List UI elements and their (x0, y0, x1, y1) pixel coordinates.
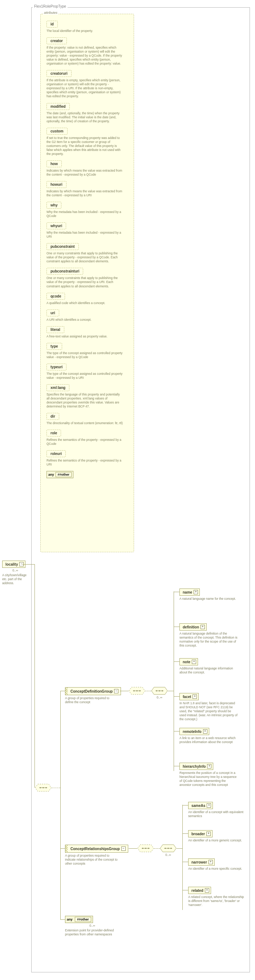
note-label: note (183, 660, 190, 664)
attribute-literal[interactable]: literal (46, 326, 64, 333)
attribute-howuri[interactable]: howuri (46, 181, 67, 188)
concept-relationships-group[interactable]: ConceptRelationshipsGroup − (65, 845, 128, 853)
any-other-element: any ##other 0..∞ Extension point for pro… (65, 916, 120, 937)
expand-icon[interactable]: + (206, 832, 211, 836)
attribute-item: typeThe type of the concept assigned as … (46, 343, 128, 359)
attribute-id[interactable]: id (46, 21, 58, 27)
any-attr-label: any (48, 473, 54, 476)
expand-icon[interactable]: + (192, 660, 196, 664)
facet-element[interactable]: facet+ (179, 693, 199, 700)
attribute-desc: A qualified code which identifies a conc… (46, 301, 123, 305)
attribute-how[interactable]: how (46, 161, 62, 167)
group-def-sequence-outer[interactable] (129, 687, 145, 695)
concept-definition-group[interactable]: ConceptDefinitionGroup − (65, 687, 121, 695)
locality-label: locality (5, 562, 18, 566)
hierarchyInfo-element[interactable]: hierarchyInfo+ (179, 763, 213, 770)
attribute-why[interactable]: why (46, 202, 61, 208)
group-rel-sequence-outer[interactable] (137, 844, 154, 852)
attribute-desc: A URI which identifies a concept. (46, 318, 123, 322)
attribute-item: whyWhy the metadata has been included - … (46, 202, 128, 218)
expand-icon[interactable]: + (194, 590, 198, 594)
note-element[interactable]: note+ (179, 658, 198, 665)
sameAs-label: sameAs (191, 803, 205, 808)
attribute-modified[interactable]: modified (46, 103, 70, 110)
attribute-whyuri[interactable]: whyuri (46, 223, 66, 229)
attribute-pubconstrainturi[interactable]: pubconstrainturi (46, 268, 83, 275)
connector (182, 805, 188, 805)
attribute-item: xml:langSpecifies the language of this p… (46, 384, 128, 409)
attributes-list: idThe local identifier of the property.c… (41, 14, 134, 487)
any-attribute-chip[interactable]: any##other (46, 471, 73, 478)
connector (182, 890, 188, 890)
name-element[interactable]: name+ (179, 589, 200, 596)
connector (60, 691, 61, 920)
connector (174, 766, 179, 766)
attribute-roleuri[interactable]: roleuri (46, 450, 66, 457)
attribute-item: howIndicates by which means the value wa… (46, 161, 128, 177)
svg-point-18 (145, 848, 147, 849)
attribute-item: pubconstrainturiOne or many constraints … (46, 268, 128, 288)
group-rel-sequence-inner[interactable]: 0..∞ (160, 844, 177, 852)
collapse-icon[interactable]: − (114, 689, 118, 694)
attribute-xml-lang[interactable]: xml:lang (46, 384, 69, 391)
expand-icon[interactable]: + (207, 803, 211, 808)
expand-icon[interactable]: + (207, 764, 211, 768)
attribute-desc: Specifies the language of this property … (46, 393, 123, 409)
type-name-label: Flex1RolePropType (33, 4, 68, 8)
child-remoteInfo: remoteInfo+A link to an item or a web re… (179, 728, 237, 744)
attribute-typeuri[interactable]: typeuri (46, 364, 67, 371)
broader-desc: An identifier of a more generic concept. (188, 838, 242, 843)
main-sequence[interactable] (35, 784, 52, 792)
any-other-chip[interactable]: any ##other (65, 916, 93, 923)
attribute-desc: Why the metadata has been included - exp… (46, 231, 123, 239)
any-attr-value: ##other (56, 472, 72, 477)
attribute-role[interactable]: role (46, 430, 61, 436)
expand-icon[interactable]: + (203, 729, 207, 733)
attribute-type[interactable]: type (46, 343, 62, 350)
locality-element[interactable]: locality − (2, 560, 26, 568)
broader-label: broader (191, 832, 205, 836)
any-value: ##other (75, 917, 91, 922)
attribute-desc: If the attribute is empty, specifies whi… (46, 78, 123, 98)
attribute-desc: The date (and, optionally, the time) whe… (46, 111, 123, 123)
attribute-custom[interactable]: custom (46, 128, 68, 135)
connector (60, 691, 65, 691)
definition-element[interactable]: definition+ (179, 623, 207, 631)
attribute-desc: One or many constraints that apply to pu… (46, 276, 123, 288)
connector (182, 805, 183, 910)
remoteInfo-element[interactable]: remoteInfo+ (179, 728, 209, 735)
attribute-desc: Indicates by which means the value was e… (46, 189, 123, 197)
connector (145, 691, 151, 691)
child-broader: broader+An identifier of a more generic … (188, 830, 242, 843)
svg-point-13 (159, 690, 160, 692)
attribute-dir[interactable]: dir (46, 413, 59, 420)
group-def-desc: A group of properties required to define… (65, 696, 116, 704)
svg-point-7 (134, 690, 135, 692)
child-narrower: narrower+An identifier of a more specifi… (188, 859, 242, 871)
narrower-element[interactable]: narrower+ (188, 859, 215, 866)
attribute-creator[interactable]: creator (46, 37, 67, 44)
related-element[interactable]: related+ (188, 887, 211, 894)
expand-icon[interactable]: + (201, 625, 205, 629)
attribute-desc: One or many constraints that apply to pu… (46, 251, 123, 263)
sameAs-element[interactable]: sameAs+ (188, 802, 213, 809)
attribute-pubconstraint[interactable]: pubconstraint (46, 243, 79, 250)
child-definition: definition+A natural language definition… (179, 623, 237, 648)
hierarchyInfo-label: hierarchyInfo (183, 764, 206, 768)
attribute-creatoruri[interactable]: creatoruri (46, 70, 72, 77)
facet-desc: In NAR 1.8 and later, facet is deprecate… (179, 702, 237, 721)
attribute-desc: The directionality of textual content (e… (46, 421, 123, 425)
expand-icon[interactable]: + (193, 694, 197, 699)
expand-icon[interactable]: + (209, 860, 213, 864)
attribute-uri[interactable]: uri (46, 310, 59, 317)
connector (35, 564, 35, 788)
attribute-qcode[interactable]: qcode (46, 293, 65, 300)
attribute-item: uriA URI which identifies a concept. (46, 310, 128, 322)
connector (60, 848, 65, 849)
collapse-icon[interactable]: − (121, 846, 126, 851)
remoteInfo-desc: A link to an item or a web resource whic… (179, 736, 237, 744)
facet-label: facet (183, 695, 191, 699)
expand-icon[interactable]: + (205, 888, 209, 892)
group-def-sequence-inner[interactable]: 0..∞ (151, 687, 168, 695)
broader-element[interactable]: broader+ (188, 830, 212, 837)
